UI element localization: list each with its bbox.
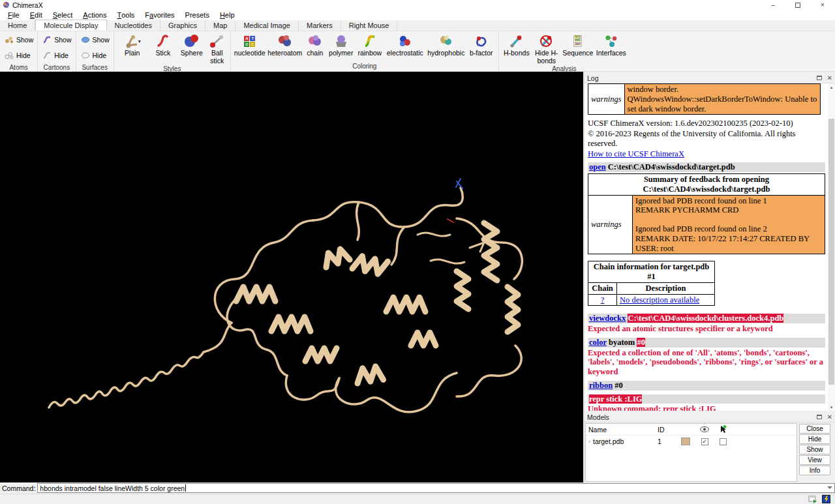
command-input[interactable]: hbonds intramodel false lineWidth 5 colo… [37,483,835,493]
minimize-button[interactable]: – [761,0,785,10]
style-stick-button[interactable]: Stick [149,32,177,57]
style-ballstick-icon [209,33,226,49]
color-polymer-label: polymer [329,50,353,57]
models-show-button[interactable]: Show [799,445,830,454]
log-scrollbar[interactable]: ▲ ▼ [828,83,835,411]
style-sphere-label: Sphere [181,50,203,57]
models-close-icon[interactable]: ✕ [827,414,832,421]
sequence-label: Sequence [562,50,593,57]
group-coloring: ATGC nucleotide heteroatom chain polymer… [231,31,499,71]
color-heteroatom-button[interactable]: heteroatom [267,32,303,57]
cartoons-show-button[interactable]: Show [40,35,73,45]
hide-hbonds-button[interactable]: Hide H-bonds [532,32,561,65]
log-scroll-thumb[interactable] [828,119,834,385]
restore-icon [795,3,800,8]
open-command-echo[interactable]: open C:\test\CAD4\swissdockd\target.pdb [588,162,825,172]
log-scroll-up-icon[interactable]: ▲ [828,83,835,91]
color-command-echo[interactable]: color byatom #0 [588,338,825,348]
log-close-icon[interactable]: ✕ [827,75,832,82]
models-close-button[interactable]: Close [799,424,830,434]
close-button[interactable]: × [810,0,835,10]
menu-actions[interactable]: Actions [78,10,112,20]
color-rainbow-button[interactable]: rainbow [356,32,384,57]
tab-molecule-display[interactable]: Molecule Display [35,20,106,31]
toolbar-tab-bar: Home Molecule Display Nucleotides Graphi… [0,20,835,31]
style-plain-button[interactable]: ▾ Plain [116,32,149,57]
menu-tools[interactable]: Tools [112,10,140,20]
style-sphere-button[interactable]: Sphere [177,32,206,57]
color-hydrophobic-label: hydrophobic [427,50,464,57]
tab-nucleotides[interactable]: Nucleotides [107,20,160,31]
viewdockx-command-echo[interactable]: viewdockx C:\test\CAD4\swissdockd\cluste… [588,314,825,323]
models-float-icon[interactable] [817,415,822,419]
log-float-icon[interactable] [817,76,822,80]
tab-medical-image[interactable]: Medical Image [235,20,299,31]
models-view-button[interactable]: View [799,455,830,465]
summary-warnings-text: Ignored bad PDB record found on line 1 R… [633,195,825,254]
menu-select[interactable]: Select [48,10,78,20]
cartoons-hide-button[interactable]: Hide [40,50,73,61]
ribbon-command-echo[interactable]: ribbon #0 [588,381,825,391]
models-panel-header[interactable]: Models ✕ [584,412,835,422]
model-row-target-pdb[interactable]: › target.pdb 1 ✓ [586,436,797,447]
style-plain-dropdown-icon[interactable]: ▾ [138,38,141,44]
model-selected-checkbox[interactable] [720,438,727,445]
color-hydrophobic-button[interactable]: hydrophobic [426,32,466,57]
menu-edit[interactable]: Edit [25,10,48,20]
warnings-row-label: warnings [588,84,625,115]
atoms-show-button[interactable]: Show [2,35,35,45]
hbonds-label: H-bonds [504,50,530,57]
models-hide-button[interactable]: Hide [799,434,830,444]
fast-mode-icon[interactable] [821,495,831,503]
graphics-viewport[interactable] [0,72,583,482]
tab-home[interactable]: Home [0,20,35,31]
menu-help[interactable]: Help [215,10,240,20]
color-electrostatic-button[interactable]: electrostatic [384,32,426,57]
surfaces-show-button[interactable]: Show [78,35,112,45]
tab-map[interactable]: Map [205,20,235,31]
tab-right-mouse[interactable]: Right Mouse [341,20,398,31]
rapid-access-icon[interactable] [808,495,818,503]
models-list[interactable]: Name ID › target.pdb [585,423,797,482]
color-bfactor-button[interactable]: b-factor [466,32,496,57]
log-content[interactable]: warnings window border. QWindowsWindow::… [584,83,828,411]
model-shown-checkbox[interactable]: ✓ [701,438,708,445]
hbonds-button[interactable]: H-bonds [501,32,532,57]
color-nucleotide-button[interactable]: ATGC nucleotide [233,32,267,57]
color-electrostatic-label: electrostatic [387,50,423,57]
restore-button[interactable] [785,0,810,10]
color-hydrophobic-icon [438,33,455,49]
cite-link[interactable]: How to cite UCSF ChimeraX [588,149,684,158]
tab-graphics[interactable]: Graphics [160,20,205,31]
log-panel-header[interactable]: Log ✕ [584,73,835,83]
repr-command-echo[interactable]: repr stick :LIG [588,394,825,404]
chain-id-link[interactable]: ? [588,294,617,306]
log-scroll-down-icon[interactable]: ▼ [828,404,835,411]
models-panel-title: Models [587,413,609,421]
sequence-button[interactable]: MAVVVCSWY Sequence [561,32,595,57]
menu-favorites[interactable]: Favorites [140,10,179,20]
version-line: UCSF ChimeraX version: 1.6.dev2023021002… [588,119,825,128]
model-expander-icon[interactable]: › [588,438,590,445]
menu-presets[interactable]: Presets [180,10,215,20]
models-header-row: Name ID [586,424,797,436]
color-polymer-button[interactable]: polymer [327,32,356,57]
tab-markers[interactable]: Markers [299,20,341,31]
interfaces-button[interactable]: Interfaces [595,32,628,57]
group-atoms-label: Atoms [2,63,35,72]
models-info-button[interactable]: Info [799,466,830,475]
chain-description-link[interactable]: No description available [620,295,699,304]
command-history-dropdown-icon[interactable] [827,486,832,490]
open-summary-table: Summary of feedback from opening C:\test… [588,173,825,254]
color-chain-button[interactable]: chain [303,32,327,57]
surfaces-hide-button[interactable]: Hide [78,50,112,61]
style-ballstick-button[interactable]: Ball stick [206,32,228,65]
model-color-swatch[interactable] [681,437,690,445]
summary-warnings-label: warnings [588,195,633,254]
color-nucleotide-label: nucleotide [234,50,266,57]
select-column-cursor-icon [714,425,732,434]
menu-file[interactable]: File [3,10,25,20]
models-scrollbar[interactable] [832,422,835,482]
style-sphere-icon [183,33,200,49]
atoms-hide-button[interactable]: Hide [2,50,35,61]
